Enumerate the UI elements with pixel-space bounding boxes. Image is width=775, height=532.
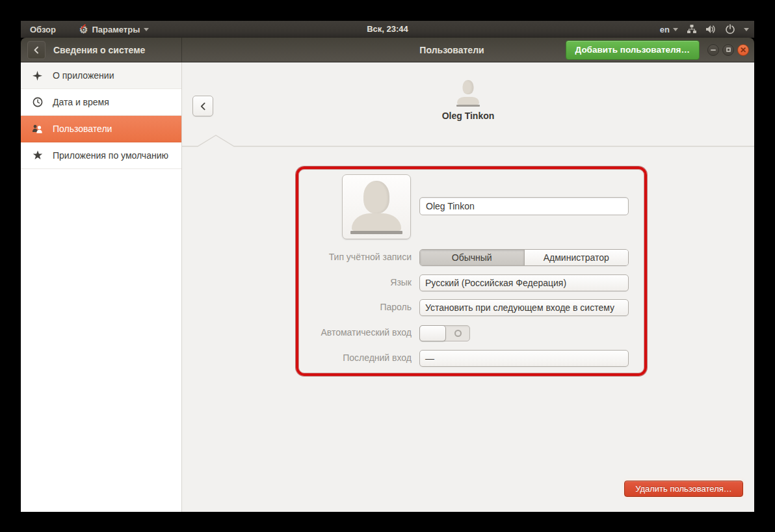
switch-handle[interactable] [419,325,446,341]
top-panel: Обзор ⚙ Параметры Вск, 23:44 en [21,21,754,38]
chevron-down-icon [673,28,678,31]
star-icon [32,150,43,161]
volume-icon[interactable] [705,24,716,34]
sidebar-item-users[interactable]: Пользователи [21,116,181,142]
desktop: Обзор ⚙ Параметры Вск, 23:44 en [21,21,754,512]
add-user-button[interactable]: Добавить пользователя… [566,40,700,60]
auto-login-switch[interactable] [419,325,470,341]
app-menu[interactable]: ⚙ Параметры [79,25,149,34]
language-button[interactable]: Русский (Российская Федерация) [419,274,629,291]
users-icon [32,124,43,135]
network-icon[interactable] [687,24,697,34]
gear-icon: ⚙ [79,25,88,34]
clock-icon [32,97,43,108]
account-type-switcher: Обычный Администратор [419,249,629,266]
headerbar: Сведения о системе Пользователи Добавить… [21,38,754,62]
screenshot-root: Обзор ⚙ Параметры Вск, 23:44 en [0,0,775,532]
clock[interactable]: Вск, 23:44 [367,21,408,38]
fullname-input[interactable] [419,197,629,215]
sidebar-item-label: О приложении [53,70,114,81]
headerbar-sidebar-section: Сведения о системе [21,38,182,62]
activities-button[interactable]: Обзор [27,25,59,34]
keyboard-layout-label: en [660,25,670,34]
sidebar-item-default-apps[interactable]: Приложения по умолчанию [21,142,181,169]
switch-off-icon [454,330,462,337]
chevron-down-icon[interactable] [744,28,749,31]
sidebar-item-label: Дата и время [53,97,109,107]
delete-user-button[interactable]: Удалить пользователя… [624,481,743,497]
headerbar-main-section: Пользователи Добавить пользователя… ✕ [182,38,754,62]
separator-with-notch [182,134,754,147]
power-icon[interactable] [725,24,735,34]
user-avatar-button[interactable] [342,174,411,239]
close-button[interactable]: ✕ [737,44,749,56]
selected-user-name: Oleg Tinkon [182,111,754,121]
sidebar-item-datetime[interactable]: Дата и время [21,89,181,116]
maximize-button[interactable] [722,44,734,56]
back-button[interactable] [27,41,46,59]
language-label: Язык [243,277,412,287]
sidebar-item-label: Пользователи [53,124,112,134]
window-controls: ✕ [707,44,749,56]
account-type-label: Тип учётной записи [243,252,412,262]
app-menu-label: Параметры [92,25,140,34]
password-button[interactable]: Установить при следующем входе в систему [419,299,629,316]
settings-window: Сведения о системе Пользователи Добавить… [21,38,754,512]
chevron-down-icon [144,28,149,31]
users-panel: Oleg Tinkon Тип учётной записи Об [182,62,754,512]
sparkle-icon [32,70,43,81]
keyboard-indicator[interactable]: en [660,25,678,34]
sidebar-item-label: Приложения по умолчанию [53,150,168,161]
last-login-label: Последний вход [243,352,412,363]
sidebar: О приложении Дата и время Пользователи [21,62,182,512]
auto-login-label: Автоматический вход [243,327,412,338]
last-login-button[interactable]: — [419,350,629,367]
password-label: Пароль [243,302,412,312]
sidebar-item-about[interactable]: О приложении [21,62,181,89]
account-type-standard[interactable]: Обычный [420,250,525,265]
window-body: О приложении Дата и время Пользователи [21,62,754,512]
account-type-admin[interactable]: Администратор [525,250,629,265]
minimize-button[interactable] [707,44,719,56]
page-title: Пользователи [419,45,484,55]
avatar-silhouette [363,181,389,213]
selected-user-avatar[interactable] [454,79,482,107]
sidebar-title: Сведения о системе [53,45,145,55]
